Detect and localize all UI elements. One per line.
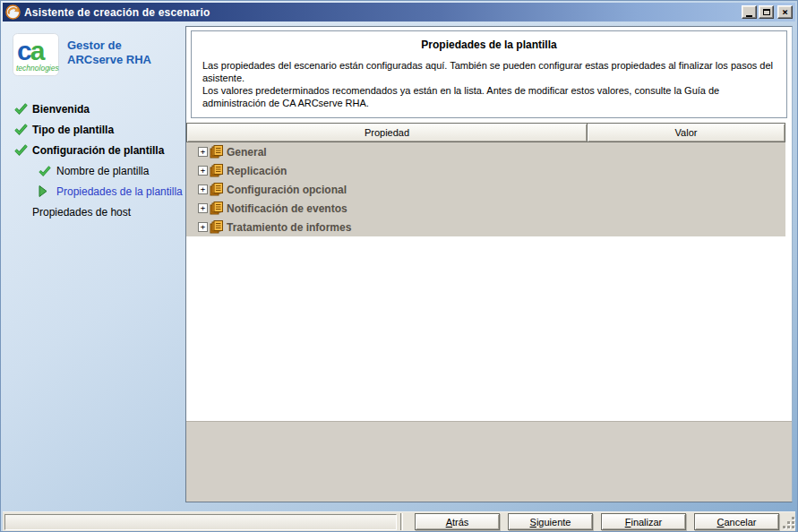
status-bar: Atrás Siguiente Finalizar Cancelar (3, 511, 795, 531)
check-icon (14, 144, 29, 157)
titlebar[interactable]: Asistente de creación de escenario × (3, 3, 795, 21)
finish-button[interactable]: Finalizar (601, 513, 686, 530)
ca-technologies-logo: ca technologies (13, 33, 59, 76)
toolbar-separator (400, 513, 403, 530)
tree-row-general[interactable]: + General (186, 142, 785, 161)
property-group-icon (210, 202, 224, 215)
current-step-arrow-icon (39, 185, 53, 198)
svg-text:technologies: technologies (16, 64, 59, 73)
step-tipo-de-plantilla: Tipo de plantilla (3, 119, 185, 140)
column-header-propiedad[interactable]: Propiedad (186, 123, 588, 142)
property-group-icon (210, 145, 224, 159)
main-panel: Propiedades de la plantilla Las propieda… (185, 26, 793, 502)
close-icon: × (782, 7, 788, 17)
cancel-button[interactable]: Cancelar (694, 513, 779, 530)
expand-icon[interactable]: + (198, 203, 208, 213)
step-nombre-de-plantilla: Nombre de plantilla (3, 160, 185, 181)
next-button[interactable]: Siguiente (508, 513, 593, 530)
expand-icon[interactable]: + (198, 147, 208, 157)
check-icon (14, 124, 29, 136)
page-title: Propiedades de la plantilla (202, 39, 776, 51)
expand-icon[interactable]: + (198, 184, 208, 194)
panel-footer (186, 421, 792, 502)
sidebar: ca technologies Gestor de ARCserve RHA B… (3, 21, 185, 502)
description-box: Propiedades de la plantilla Las propieda… (191, 30, 787, 118)
description-line-1: Las propiedades del escenario están conf… (202, 59, 776, 84)
status-message-panel (4, 514, 397, 530)
back-button[interactable]: Atrás (415, 513, 500, 530)
wizard-steps: Bienvenida Tipo de plantilla Configuraci… (3, 99, 185, 222)
window-title: Asistente de creación de escenario (24, 6, 210, 19)
property-group-icon (210, 220, 224, 234)
property-group-icon (210, 164, 224, 177)
tree-row-notificacion-de-eventos[interactable]: + Notificación de eventos (186, 199, 785, 218)
maximize-icon (763, 9, 770, 15)
expand-icon[interactable]: + (198, 222, 208, 232)
property-group-icon (210, 183, 224, 196)
minimize-icon (746, 15, 752, 17)
step-propiedades-de-la-plantilla: Propiedades de la plantilla (3, 181, 185, 202)
step-configuracion-de-plantilla: Configuración de plantilla (3, 140, 185, 160)
column-header-valor[interactable]: Valor (587, 123, 785, 142)
maximize-button[interactable] (759, 5, 774, 19)
expand-icon[interactable]: + (198, 166, 208, 176)
tree-row-replicacion[interactable]: + Replicación (186, 161, 785, 180)
svg-text:ca: ca (17, 36, 46, 65)
resize-grip[interactable] (783, 517, 795, 529)
app-icon (5, 4, 21, 20)
check-icon (39, 165, 53, 177)
minimize-button[interactable] (742, 5, 757, 19)
tree-row-configuracion-opcional[interactable]: + Configuración opcional (186, 180, 785, 199)
description-line-2: Los valores predeterminados recomendados… (202, 84, 776, 109)
step-bienvenida: Bienvenida (3, 99, 185, 119)
check-icon (14, 103, 29, 116)
property-grid-header: Propiedad Valor (186, 123, 785, 142)
property-tree: + General + (186, 142, 785, 236)
app-name: Gestor de ARCserve RHA (67, 39, 151, 76)
close-button[interactable]: × (777, 5, 793, 19)
tree-row-tratamiento-de-informes[interactable]: + Tratamiento de informes (186, 218, 785, 236)
step-propiedades-de-host: Propiedades de host (3, 202, 185, 222)
wizard-window: Asistente de creación de escenario × ca … (0, 0, 798, 532)
